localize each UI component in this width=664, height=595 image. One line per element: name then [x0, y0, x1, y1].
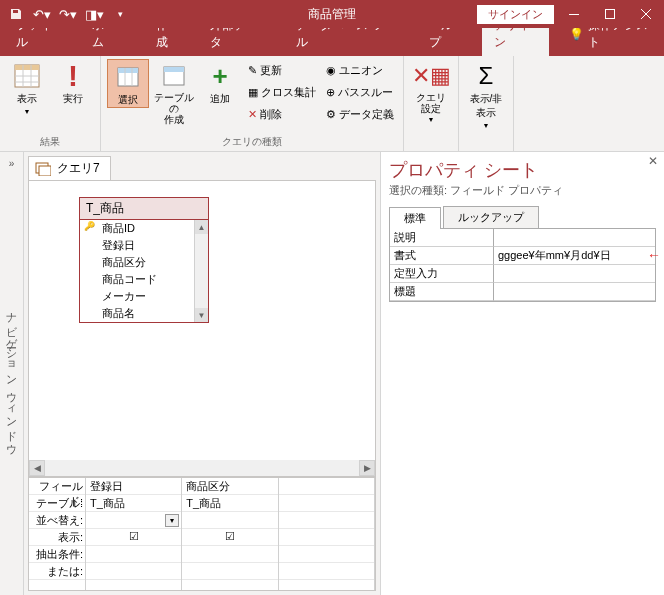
close-button[interactable]: [628, 0, 664, 28]
scroll-up-icon[interactable]: ▲: [195, 220, 208, 234]
table-scrollbar[interactable]: ▲ ▼: [194, 220, 208, 322]
svg-rect-13: [164, 67, 184, 72]
grid-cell[interactable]: T_商品: [182, 495, 277, 512]
passthrough-icon: ⊕: [326, 86, 335, 99]
crosstab-icon: ▦: [248, 86, 258, 99]
dropdown-icon[interactable]: ▾: [165, 514, 179, 527]
select-icon: [114, 63, 142, 91]
grid-cell[interactable]: [86, 546, 181, 563]
prop-value-format[interactable]: gggee¥年mm¥月dd¥日 ←: [494, 247, 655, 265]
group-results-label: 結果: [6, 134, 94, 150]
qat-more-icon[interactable]: ◨▾: [82, 2, 106, 26]
nav-title: ナビゲーション ウィンドウ: [4, 305, 19, 449]
union-icon: ◉: [326, 64, 336, 77]
grid-show-checkbox[interactable]: ☑: [86, 529, 181, 546]
grid-cell[interactable]: [279, 478, 374, 495]
grid-label-sort: 並べ替え:: [29, 512, 85, 529]
union-button[interactable]: ◉ユニオン: [323, 59, 397, 81]
field-item[interactable]: 登録日: [80, 237, 208, 254]
minimize-button[interactable]: [556, 0, 592, 28]
query-icon: [35, 162, 51, 176]
save-icon[interactable]: [4, 2, 28, 26]
sigma-icon: Σ: [472, 62, 500, 90]
arrow-indicator-icon: ←: [647, 249, 661, 261]
select-query-button[interactable]: 選択: [107, 59, 149, 108]
grid-cell[interactable]: [279, 495, 374, 512]
scroll-down-icon[interactable]: ▼: [195, 308, 208, 322]
prop-value-description[interactable]: [494, 229, 655, 247]
signin-button[interactable]: サインイン: [477, 5, 554, 24]
h-scrollbar[interactable]: ◀ ▶: [29, 460, 375, 476]
group-querytype-label: クエリの種類: [107, 134, 397, 150]
datadef-button[interactable]: ⚙データ定義: [323, 103, 397, 125]
svg-rect-1: [606, 10, 615, 19]
grid-cell[interactable]: [86, 563, 181, 580]
prop-value-caption[interactable]: [494, 283, 655, 301]
prop-label-inputmask: 定型入力: [390, 265, 494, 283]
svg-rect-0: [569, 14, 579, 15]
grid-cell[interactable]: [279, 512, 374, 529]
run-button[interactable]: ! 実行: [52, 59, 94, 106]
property-sheet-subtitle: 選択の種類: フィールド プロパティ: [389, 183, 656, 198]
crosstab-button[interactable]: ▦クロス集計: [245, 81, 319, 103]
showhide-button[interactable]: Σ 表示/非表示▼: [465, 59, 507, 129]
grid-cell[interactable]: [182, 546, 277, 563]
grid-label-table: テーブル:: [29, 495, 85, 512]
delete-button[interactable]: ✕削除: [245, 103, 319, 125]
grid-show-checkbox[interactable]: ☑: [182, 529, 277, 546]
prop-tab-lookup[interactable]: ルックアップ: [443, 206, 539, 228]
prop-label-format: 書式: [390, 247, 494, 265]
grid-label-show: 表示:: [29, 529, 85, 546]
grid-cell[interactable]: [182, 512, 277, 529]
qat-customize-icon[interactable]: ▾: [108, 2, 132, 26]
grid-cell[interactable]: [279, 546, 374, 563]
query-tab[interactable]: クエリ7: [28, 156, 111, 180]
chevron-right-icon: »: [9, 158, 15, 169]
settings-icon: ✕▦: [417, 62, 445, 90]
app-title: 商品管理: [308, 6, 356, 23]
svg-rect-9: [118, 68, 138, 73]
query-settings-button[interactable]: ✕▦ クエリ 設定▼: [410, 59, 452, 123]
grid-cell[interactable]: [279, 563, 374, 580]
field-item[interactable]: 商品コード: [80, 271, 208, 288]
nav-pane[interactable]: » ナビゲーション ウィンドウ: [0, 152, 24, 595]
make-table-icon: [160, 62, 188, 90]
datadef-icon: ⚙: [326, 108, 336, 121]
field-item[interactable]: 商品ID: [80, 220, 208, 237]
make-table-button[interactable]: テーブルの 作成: [153, 59, 195, 125]
svg-rect-15: [39, 166, 51, 176]
grid-label-field: フィールド:: [29, 478, 85, 495]
view-button[interactable]: 表示▼: [6, 59, 48, 115]
close-icon[interactable]: ✕: [648, 154, 658, 168]
maximize-button[interactable]: [592, 0, 628, 28]
delete-icon: ✕: [248, 108, 257, 121]
append-button[interactable]: + 追加: [199, 59, 241, 106]
prop-label-description: 説明: [390, 229, 494, 247]
grid-cell[interactable]: 登録日: [86, 478, 181, 495]
grid-cell[interactable]: [182, 563, 277, 580]
grid-cell[interactable]: 商品区分: [182, 478, 277, 495]
scroll-right-icon[interactable]: ▶: [359, 460, 375, 476]
grid-show-checkbox[interactable]: [279, 529, 374, 546]
run-icon: !: [59, 62, 87, 90]
prop-tab-general[interactable]: 標準: [389, 207, 441, 229]
undo-icon[interactable]: ↶▾: [30, 2, 54, 26]
update-icon: ✎: [248, 64, 257, 77]
table-box[interactable]: T_商品 商品ID 登録日 商品区分 商品コード メーカー 商品名 ▲ ▼: [79, 197, 209, 323]
prop-value-inputmask[interactable]: [494, 265, 655, 283]
grid-label-or: または:: [29, 563, 85, 580]
field-item[interactable]: 商品名: [80, 305, 208, 322]
svg-rect-3: [15, 65, 39, 70]
property-sheet-title: プロパティ シート: [389, 156, 656, 183]
scroll-left-icon[interactable]: ◀: [29, 460, 45, 476]
bulb-icon: 💡: [569, 27, 584, 41]
datasheet-icon: [13, 62, 41, 90]
field-item[interactable]: 商品区分: [80, 254, 208, 271]
grid-cell[interactable]: T_商品: [86, 495, 181, 512]
table-title: T_商品: [80, 198, 208, 220]
grid-cell[interactable]: ▾: [86, 512, 181, 529]
redo-icon[interactable]: ↷▾: [56, 2, 80, 26]
field-item[interactable]: メーカー: [80, 288, 208, 305]
passthrough-button[interactable]: ⊕パススルー: [323, 81, 397, 103]
update-button[interactable]: ✎更新: [245, 59, 319, 81]
